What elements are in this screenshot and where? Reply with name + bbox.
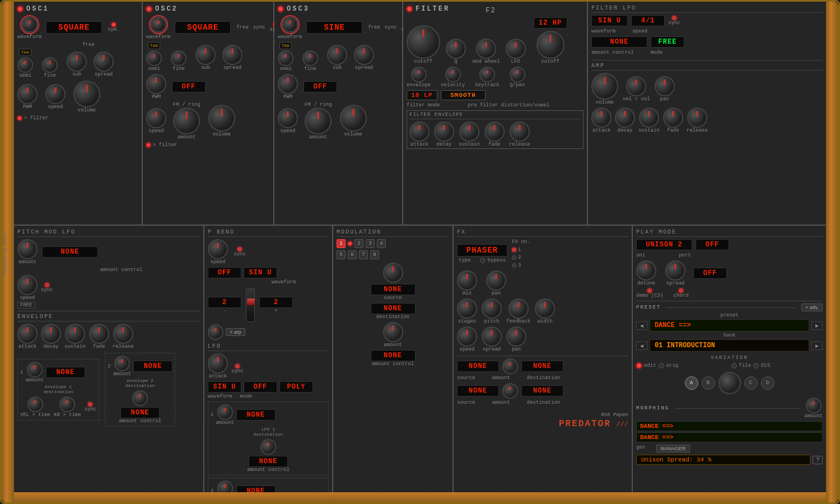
filter-cutoff2-knob[interactable] [536, 31, 564, 59]
file-label[interactable]: file [739, 363, 752, 368]
env-decay-knob[interactable] [41, 324, 61, 344]
filter-sustain-knob[interactable] [459, 122, 479, 142]
osc2-volume-knob[interactable] [208, 105, 235, 132]
osc1-filter-led[interactable] [17, 116, 22, 120]
mod-btn-1[interactable]: 1 [337, 239, 346, 248]
preset-prev-btn[interactable]: ◄ [636, 321, 647, 330]
fx-phaser-display[interactable]: PHASER [457, 244, 507, 256]
filter-lfo-knob[interactable] [506, 39, 526, 59]
var-btn-b[interactable]: B [702, 376, 715, 390]
amp-decay-knob[interactable] [615, 108, 635, 128]
var-btn-c[interactable]: C [744, 376, 758, 390]
pbend-slider[interactable] [246, 288, 255, 322]
pitchmod-amount-display[interactable]: NONE [42, 246, 98, 258]
osc2-speed-knob[interactable] [146, 108, 166, 128]
osc3-fine-knob[interactable] [302, 50, 318, 66]
fx-pan2-knob[interactable] [506, 326, 526, 347]
fx-no-2[interactable]: 2 [512, 255, 530, 260]
osc1-sub-knob[interactable] [67, 52, 87, 72]
bank-display[interactable]: 01 INTRODUCTION [650, 339, 809, 352]
pbend-waveform-display[interactable]: SIN U [244, 267, 277, 278]
osc1-spread-knob[interactable] [94, 52, 114, 72]
amp-sustain-knob[interactable] [639, 108, 659, 128]
osc1-semi-knob[interactable] [17, 57, 33, 73]
osc1-volume-knob[interactable] [73, 81, 100, 108]
fx-dest1-display[interactable]: NONE [521, 361, 563, 372]
playmode-unison-display[interactable]: UNISON 2 [636, 239, 692, 250]
osc3-spread-knob[interactable] [354, 45, 374, 65]
filter-hp-display[interactable]: 12 HP [534, 17, 567, 29]
osc3-off-lcd[interactable]: OFF [304, 81, 337, 92]
pbend-speed-knob[interactable] [208, 239, 228, 259]
morph2-display[interactable]: DANCE ==> [636, 432, 823, 442]
osc1-speed-knob[interactable] [45, 84, 66, 104]
orig-label[interactable]: orig [666, 363, 679, 368]
var-btn-a[interactable]: A [685, 376, 698, 390]
pbend-arp-btn[interactable]: > arp [226, 328, 245, 336]
edit-label[interactable]: edit [644, 363, 656, 368]
lforouting1-display[interactable]: NONE [236, 409, 276, 421]
file-led[interactable] [731, 363, 737, 368]
filterlfo-waveform-display[interactable]: SIN U [591, 15, 628, 26]
amp-attack-knob[interactable] [591, 108, 612, 128]
filter-vel-knob[interactable] [445, 67, 461, 82]
filter-cutoff-knob[interactable] [407, 25, 440, 59]
modrouting1-vel-knob[interactable] [27, 396, 43, 412]
var-btn-d[interactable]: D [761, 376, 774, 390]
morph1-display[interactable]: DANCE ==> [636, 421, 823, 431]
osc2-waveform-display[interactable]: SQUARE [175, 21, 231, 34]
filter-modwheel-knob[interactable] [476, 39, 496, 59]
mod-btn-3[interactable]: 3 [366, 239, 375, 248]
bank-prev-btn[interactable]: ◄ [636, 342, 647, 350]
fx-source1-display[interactable]: NONE [457, 361, 499, 372]
fx-amount2-knob[interactable] [502, 383, 518, 399]
mod-btn-7[interactable]: 7 [359, 250, 368, 259]
env-attack-knob[interactable] [17, 324, 38, 344]
playmode-spread-knob[interactable] [665, 260, 685, 281]
modrouting1-amount-knob[interactable] [27, 362, 43, 377]
filter-attack-knob[interactable] [409, 122, 430, 142]
osc2-waveform-knob[interactable] [151, 17, 166, 32]
mod-amount-knob[interactable] [383, 322, 403, 342]
modrouting2-amount-knob[interactable] [114, 356, 130, 371]
osc3-speed-knob[interactable] [278, 108, 298, 128]
fx-dest2-display[interactable]: NONE [521, 385, 563, 396]
osc3-fmring-knob[interactable] [305, 108, 332, 134]
fx-no-1[interactable]: 1 [512, 247, 530, 253]
fx-spread-knob[interactable] [482, 326, 502, 347]
lfo-off-display[interactable]: OFF [244, 381, 277, 393]
osc3-sub-knob[interactable] [327, 45, 347, 65]
osc2-filter-label[interactable]: > filter [153, 142, 177, 148]
morphing-amount-knob[interactable] [806, 398, 822, 413]
amp-fade-knob[interactable] [663, 108, 683, 128]
filterlfo-speed-display[interactable]: 4/1 [631, 15, 665, 26]
variation-dial[interactable] [718, 372, 741, 394]
lforouting1-ctrl-display[interactable]: NONE [249, 456, 288, 467]
osc1-pwm-knob[interactable] [17, 84, 38, 104]
modrouting2-ctrl-display[interactable]: NONE [120, 407, 160, 418]
fx-bypass-indicator[interactable] [480, 258, 486, 263]
mod-btn-8[interactable]: 8 [370, 250, 379, 259]
mod-dest-display[interactable]: NONE [371, 303, 416, 314]
ecs-led[interactable] [753, 363, 759, 368]
manager-btn[interactable]: MANAGER [656, 445, 690, 452]
fx-speed-knob[interactable] [457, 326, 477, 347]
env-fade-knob[interactable] [89, 324, 109, 344]
modrouting2-ctrl-knob[interactable] [132, 390, 148, 406]
bank-next-btn[interactable]: ► [811, 342, 823, 350]
fx-feedback-knob[interactable] [508, 298, 529, 319]
osc1-filter-label[interactable]: > filter [24, 115, 48, 121]
mod-btn-4[interactable]: 4 [377, 239, 386, 248]
osc2-filter-led[interactable] [146, 143, 151, 147]
lfo-waveform-display[interactable]: SIN U [208, 381, 241, 393]
osc2-semi-knob[interactable] [146, 50, 162, 66]
modrouting1-kb-knob[interactable] [59, 396, 75, 412]
amp-release-knob[interactable] [687, 108, 707, 128]
filter-smooth-display[interactable]: SMOOTH [441, 90, 486, 100]
filter-release-knob[interactable] [510, 122, 530, 142]
mod-btn-6[interactable]: 6 [348, 250, 357, 259]
osc3-waveform-display[interactable]: SINE [306, 21, 362, 34]
osc3-volume-knob[interactable] [340, 105, 367, 132]
playmode-off-display[interactable]: OFF [696, 239, 729, 250]
playmode-demo-dot[interactable] [647, 288, 652, 293]
